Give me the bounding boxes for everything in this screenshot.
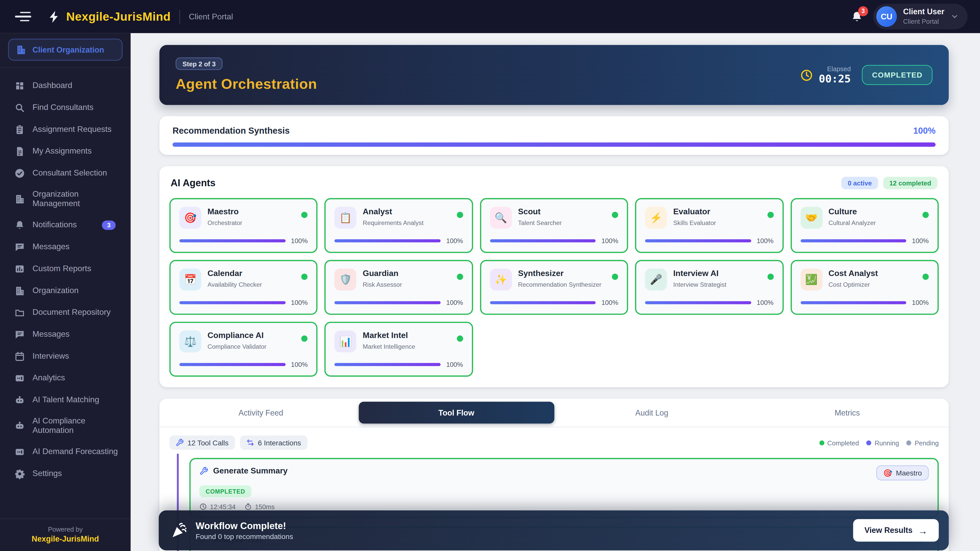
sidebar-divider: [0, 67, 130, 68]
agent-status-dot: [301, 274, 307, 280]
sidebar-item-my-assignments[interactable]: My Assignments: [0, 141, 130, 162]
swap-arrows-icon: [246, 438, 254, 447]
sidebar-item-client-organization[interactable]: Client Organization: [8, 39, 123, 61]
agent-progress-bar: [180, 363, 285, 366]
tab-bar: Activity Feed Tool Flow Audit Log Metric…: [159, 399, 948, 427]
agent-progress-bar: [334, 363, 441, 366]
brand-logo-icon: [48, 10, 61, 24]
agent-status-dot: [301, 212, 307, 218]
user-name: Client User: [903, 8, 945, 17]
tab-activity-feed[interactable]: Activity Feed: [163, 402, 359, 424]
agent-progress-bar: [180, 239, 285, 242]
agent-progress-bar: [490, 301, 596, 304]
ai-agents-title: AI Agents: [171, 178, 216, 189]
sidebar-item-analytics[interactable]: Analytics: [0, 367, 130, 389]
menu-toggle-icon[interactable]: [15, 10, 34, 23]
topbar-divider: [180, 10, 180, 24]
completed-dot: [819, 440, 824, 445]
agent-card-culture: 🤝CultureCultural Analyzer100%: [791, 198, 939, 253]
sidebar-item-custom-reports[interactable]: Custom Reports: [0, 258, 130, 280]
arrow-right-icon: →: [918, 526, 928, 535]
agent-emoji-icon: ⚖️: [180, 330, 201, 353]
sidebar-item-organization[interactable]: Organization: [0, 280, 130, 302]
step-badge: Step 2 of 3: [176, 57, 223, 70]
agent-progress-bar: [334, 301, 441, 304]
sidebar-item-ai-compliance-automation[interactable]: AI Compliance Automation: [0, 411, 130, 441]
agent-emoji-icon: 🎯: [180, 207, 201, 229]
tab-tool-flow[interactable]: Tool Flow: [359, 402, 554, 424]
workflow-status-badge: COMPLETED: [862, 65, 932, 85]
sidebar-item-messages[interactable]: Messages: [0, 236, 130, 258]
sidebar-item-messages-2[interactable]: Messages: [0, 324, 130, 345]
analytics-icon: [14, 373, 25, 384]
agent-emoji-icon: 🔍: [490, 207, 512, 229]
sidebar-item-organization-management[interactable]: Organization Management: [0, 184, 130, 214]
chat-icon: [14, 241, 25, 252]
document-icon: [14, 146, 25, 157]
agent-card-compliance-ai: ⚖️Compliance AICompliance Validator100%: [169, 322, 318, 377]
sidebar-item-ai-talent-matching[interactable]: AI Talent Matching: [0, 389, 130, 411]
sidebar-item-settings[interactable]: Settings: [0, 463, 130, 485]
dashboard-grid-icon: [14, 81, 25, 91]
agent-status-dot: [301, 335, 307, 341]
avatar: CU: [876, 6, 897, 27]
tool-call-status-badge: COMPLETED: [199, 486, 251, 497]
tool-call-card-generate-summary[interactable]: Generate Summary 🎯Maestro COMPLETED 12:4…: [189, 458, 939, 518]
wrench-icon: [199, 467, 208, 475]
stopwatch-icon: [244, 503, 251, 510]
agent-card-scout: 🔍ScoutTalent Searcher100%: [480, 198, 628, 253]
main-content: Step 2 of 3 Agent Orchestration Elapsed …: [159, 33, 948, 551]
notifications-bell-icon[interactable]: 3: [851, 10, 863, 23]
chevron-down-icon: [951, 13, 959, 21]
agent-emoji-icon: ✨: [490, 268, 512, 291]
agent-status-dot: [767, 274, 773, 280]
status-legend: Completed Running Pending: [819, 439, 939, 446]
sidebar-item-interviews[interactable]: Interviews: [0, 345, 130, 367]
agent-card-analyst: 📋AnalystRequirements Analyst100%: [325, 198, 473, 253]
sidebar-footer: Powered by Nexgile-JurisMind: [0, 519, 130, 551]
synthesis-progress-bar: [172, 142, 935, 147]
interactions-count-badge: 6 Interactions: [240, 435, 307, 450]
agent-chip-maestro: 🎯Maestro: [877, 465, 929, 480]
bell-icon: [14, 220, 25, 230]
agent-status-dot: [923, 274, 929, 280]
agent-card-maestro: 🎯MaestroOrchestrator100%: [169, 198, 318, 253]
sidebar: Client Organization Dashboard Find Consu…: [0, 33, 130, 551]
user-menu[interactable]: CU Client User Client Portal: [873, 4, 967, 29]
sidebar-item-dashboard[interactable]: Dashboard: [0, 75, 130, 97]
agent-progress-bar: [800, 239, 906, 242]
agent-emoji-icon: 📊: [334, 330, 356, 353]
tab-metrics[interactable]: Metrics: [749, 402, 945, 424]
sidebar-item-ai-demand-forecasting[interactable]: AI Demand Forecasting: [0, 441, 130, 463]
agent-card-calendar: 📅CalendarAvailability Checker100%: [169, 260, 318, 315]
agent-card-cost-analyst: 💹Cost AnalystCost Optimizer100%: [791, 260, 939, 315]
agent-status-dot: [612, 212, 618, 218]
sidebar-item-consultant-selection[interactable]: Consultant Selection: [0, 162, 130, 184]
pending-dot: [907, 440, 912, 445]
view-results-button[interactable]: View Results →: [853, 519, 939, 541]
sidebar-item-notifications[interactable]: Notifications3: [0, 214, 130, 236]
notifications-count-badge: 3: [102, 221, 116, 230]
clock-icon: [800, 68, 813, 81]
tool-calls-count-badge: 12 Tool Calls: [169, 435, 235, 450]
sidebar-item-assignment-requests[interactable]: Assignment Requests: [0, 119, 130, 141]
synthesis-percent: 100%: [913, 125, 935, 135]
agent-progress-bar: [645, 239, 751, 242]
agent-progress-bar: [334, 239, 441, 242]
tab-audit-log[interactable]: Audit Log: [554, 402, 749, 424]
sidebar-item-document-repository[interactable]: Document Repository: [0, 302, 130, 324]
robot-icon: [14, 395, 25, 405]
banner-subtitle: Found 0 top recommendations: [196, 533, 293, 540]
search-icon: [14, 103, 25, 113]
agent-card-synthesizer: ✨SynthesizerRecommendation Synthesizer10…: [480, 260, 628, 315]
sidebar-item-find-consultants[interactable]: Find Consultants: [0, 97, 130, 119]
elapsed-label: Elapsed: [819, 65, 851, 73]
agent-status-dot: [767, 212, 773, 218]
active-count-badge: 0 active: [842, 177, 878, 189]
chat-icon: [14, 329, 25, 340]
wrench-icon: [176, 438, 184, 447]
portal-label: Client Portal: [189, 12, 233, 21]
agent-progress-bar: [180, 301, 285, 304]
app-window: Nexgile-JurisMind Client Portal 3 CU Cli…: [0, 0, 980, 551]
clipboard-icon: [14, 124, 25, 135]
